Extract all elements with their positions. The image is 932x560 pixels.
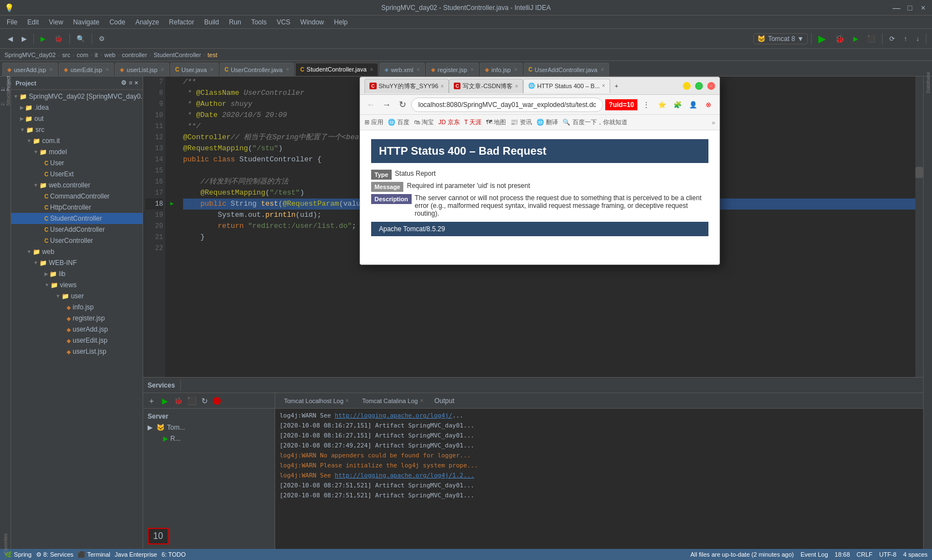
todo-label[interactable]: 6: TODO — [161, 551, 186, 558]
tree-registerjsp[interactable]: ◆ register.jsp — [11, 313, 143, 324]
browser-danger-button[interactable]: ⊗ — [702, 98, 715, 111]
output-tab-catalina[interactable]: Tomcat Catalina Log × — [358, 394, 428, 408]
tree-webinf[interactable]: ▼ 📁 WEB-INF — [11, 257, 143, 268]
services-tomcat-item[interactable]: ▶ 🐱 Tom... — [143, 422, 275, 433]
filetab-useraddcontroller[interactable]: C UserAddController.java × — [524, 63, 609, 76]
tree-idea[interactable]: ▶ 📁 .idea — [11, 102, 143, 113]
editor-scrollbar[interactable] — [915, 77, 923, 377]
filetab-useredit[interactable]: ◆ userEdit.jsp × — [59, 63, 114, 76]
bm-taobao[interactable]: 🛍 淘宝 — [414, 118, 434, 126]
toolbar-commit-button[interactable]: ↑ — [900, 31, 910, 47]
http400-tab-close[interactable]: × — [602, 83, 605, 89]
filetab-user-close[interactable]: × — [210, 67, 214, 73]
menu-item-refactor[interactable]: Refactor — [165, 17, 199, 27]
menu-item-build[interactable]: Build — [200, 17, 224, 27]
forward-button[interactable]: → — [380, 98, 393, 111]
menu-item-file[interactable]: File — [2, 17, 22, 27]
run-configuration[interactable]: 🐱 Tomcat 8 ▼ — [753, 33, 808, 44]
filetab-info[interactable]: ◆ info.jsp × — [480, 63, 523, 76]
menu-item-analyze[interactable]: Analyze — [131, 17, 164, 27]
browser-star-button[interactable]: ⭐ — [655, 98, 668, 111]
filetab-userlist[interactable]: ◆ userList.jsp × — [115, 63, 169, 76]
services-label[interactable]: ⚙ 8: Services — [36, 551, 73, 558]
bm-translate[interactable]: 🌐 翻译 — [536, 118, 558, 126]
log4j-link[interactable]: http://logging.apache.org/log4j/ — [335, 412, 452, 419]
event-log-label[interactable]: Event Log — [801, 551, 828, 558]
browser-maximize-button[interactable]: □ — [695, 82, 703, 90]
svc-restart-button[interactable]: ↻ — [199, 395, 211, 407]
filetab-webxml-close[interactable]: × — [417, 67, 420, 73]
browser-tab-http400[interactable]: 🌐 HTTP Status 400 – B... × — [523, 79, 610, 93]
tree-infojsp[interactable]: ◆ info.jsp — [11, 302, 143, 313]
filetab-user[interactable]: C User.java × — [170, 63, 219, 76]
browser-tab-shuyy[interactable]: C ShuYY的博客_SYY96 × — [364, 79, 449, 93]
filetab-useraddcontroller-close[interactable]: × — [601, 67, 604, 73]
spaces[interactable]: 4 spaces — [903, 551, 928, 558]
bm-tianya[interactable]: T 天涯 — [464, 118, 482, 126]
localhost-log-close[interactable]: × — [346, 398, 349, 404]
spring-label[interactable]: 🌿 Spring — [4, 551, 32, 558]
tree-httpcontroller[interactable]: C HttpController — [11, 202, 143, 213]
toolbar-debug-button[interactable]: 🐞 — [51, 31, 66, 47]
tree-usercontroller[interactable]: C UserController — [11, 235, 143, 246]
bm-map[interactable]: 🗺 地图 — [486, 118, 506, 126]
bm-jd[interactable]: JD 京东 — [438, 118, 460, 126]
project-expand-icon[interactable]: ≡ — [129, 79, 132, 86]
close-button[interactable]: × — [919, 3, 928, 12]
svc-stop-button[interactable]: ⬛ — [185, 395, 197, 407]
editor-area[interactable]: 7 8 9 10 11 12 13 14 15 16 17 18 19 20 2… — [143, 77, 923, 377]
encoding[interactable]: UTF-8 — [879, 551, 896, 558]
menu-item-run[interactable]: Run — [225, 17, 246, 27]
bookmarks-more[interactable]: » — [712, 119, 715, 126]
tree-model[interactable]: ▼ 📁 model — [11, 146, 143, 157]
stop-button[interactable]: ⬛ — [864, 31, 879, 47]
browser-close-button[interactable]: × — [707, 82, 715, 90]
project-gear-icon[interactable]: ⚙ — [121, 79, 126, 86]
tree-commandcontroller[interactable]: C CommandController — [11, 191, 143, 202]
tree-webcontroller[interactable]: ▼ 📁 web.controller — [11, 180, 143, 191]
crlf[interactable]: CRLF — [857, 551, 873, 558]
toolbar-back-button[interactable]: ◀ — [4, 31, 16, 47]
svc-debug-button[interactable]: 🐞 — [172, 395, 184, 407]
tree-src[interactable]: ▼ 📁 src — [11, 124, 143, 135]
browser-settings-button[interactable]: ⋮ — [640, 98, 653, 111]
bm-baidusearch[interactable]: 🔍 百度一下，你就知道 — [563, 118, 627, 126]
menu-item-vcs[interactable]: VCS — [272, 17, 295, 27]
filetab-usercontroller[interactable]: C UserController.java × — [220, 63, 295, 76]
tree-userlistjsp[interactable]: ◆ userList.jsp — [11, 346, 143, 357]
filetab-usercontroller-close[interactable]: × — [286, 67, 289, 73]
menu-item-navigate[interactable]: Navigate — [69, 17, 104, 27]
csdn-tab-close[interactable]: × — [515, 83, 518, 89]
svc-stop-red-button[interactable] — [213, 397, 221, 405]
filetab-register-close[interactable]: × — [470, 67, 474, 73]
services-r-item[interactable]: ▶ R... — [143, 433, 275, 444]
url-bar[interactable] — [411, 98, 603, 112]
toolbar-run-button[interactable]: ▶ — [37, 31, 49, 47]
tree-comit[interactable]: ▼ 📁 com.it — [11, 135, 143, 146]
bm-baidu[interactable]: 🌐 百度 — [388, 118, 409, 126]
browser-tab-csdn[interactable]: C 写文章-CSDN博客 × — [449, 79, 523, 93]
minimize-button[interactable]: — — [892, 3, 901, 12]
toolbar-git-button[interactable]: ⟳ — [886, 31, 898, 47]
tree-userext[interactable]: C UserExt — [11, 169, 143, 180]
tree-userdir[interactable]: ▼ 📁 user — [11, 291, 143, 302]
filetab-info-close[interactable]: × — [514, 67, 518, 73]
tree-studentcontroller[interactable]: C StudentController — [11, 213, 143, 224]
tree-views[interactable]: ▼ 📁 views — [11, 279, 143, 291]
tree-useraddjsp[interactable]: ◆ userAdd.jsp — [11, 324, 143, 335]
tree-root[interactable]: ▼ 📁 SpringMVC_day02 [SpringMVC_day0... — [11, 91, 143, 102]
filetab-useradd[interactable]: ◆ userAdd.jsp × — [2, 63, 58, 76]
tree-useraddcontroller[interactable]: C UserAddController — [11, 224, 143, 235]
tree-user[interactable]: C User — [11, 157, 143, 169]
services-server-item[interactable]: Server — [143, 411, 275, 422]
filetab-studentcontroller[interactable]: C StudentController.java × — [295, 63, 378, 76]
project-close-icon[interactable]: × — [135, 79, 138, 86]
coverage-button[interactable]: ▶ — [850, 31, 862, 47]
menu-item-tools[interactable]: Tools — [247, 17, 271, 27]
toolbar-forward-button[interactable]: ▶ — [18, 31, 30, 47]
catalina-log-close[interactable]: × — [420, 398, 423, 404]
tree-web[interactable]: ▼ 📁 web — [11, 246, 143, 257]
right-panel-db-icon[interactable]: Database — [924, 79, 932, 86]
terminal-label[interactable]: ⬛ Terminal — [78, 551, 110, 558]
refresh-button[interactable]: ↻ — [396, 98, 409, 111]
